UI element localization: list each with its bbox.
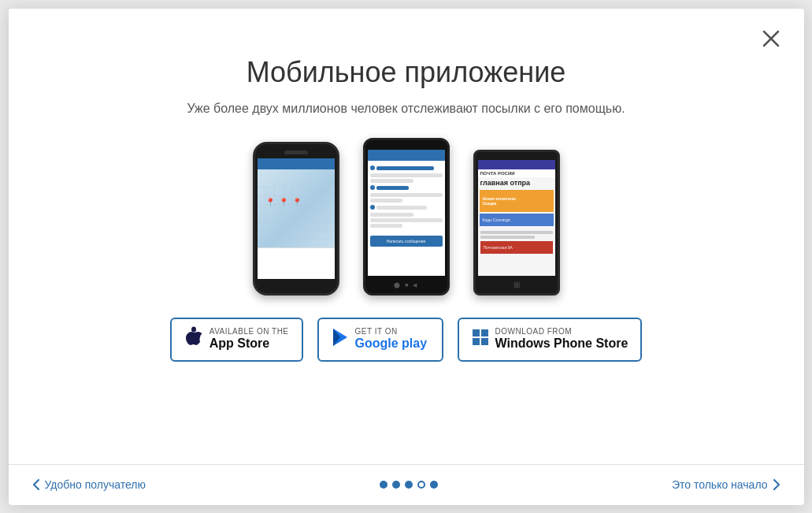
mail-lines: Почтамтская 9А <box>478 228 555 258</box>
phones-row: Написать сообщение ПОЧТА РОСИИ главная о… <box>253 138 560 296</box>
mail-orange-text: Новая косметикаСкидки <box>483 196 516 206</box>
mail-title: ПОЧТА РОСИИ <box>478 169 555 177</box>
map-pins <box>258 182 335 247</box>
phone-android-container: Написать сообщение <box>363 138 450 296</box>
dot-5 <box>430 481 438 489</box>
appstore-main: App Store <box>209 336 289 351</box>
mail-header <box>478 160 555 169</box>
phone-windows: ПОЧТА РОСИИ главная отпра Новая косметик… <box>473 150 560 296</box>
googleplay-icon <box>332 328 349 351</box>
windowsphone-icon <box>472 329 489 351</box>
dot-2 <box>392 481 400 489</box>
mail-red-block: Почтамтская 9А <box>480 241 553 254</box>
phone-android: Написать сообщение <box>363 138 450 296</box>
track-line-3 <box>370 179 413 183</box>
track-line-4 <box>376 186 409 190</box>
track-line-7 <box>376 206 427 210</box>
page-subtitle: Уже более двух миллионов человек отслежи… <box>187 102 625 116</box>
dot-1 <box>380 481 387 489</box>
track-line-6 <box>370 199 402 203</box>
phone-android-screen: Написать сообщение <box>368 150 445 276</box>
track-header <box>368 150 445 161</box>
track-line-10 <box>370 224 402 228</box>
phone-ios <box>253 142 339 296</box>
track-line-8 <box>370 213 413 217</box>
mail-line-2 <box>480 236 535 239</box>
pagination-dots <box>380 481 438 489</box>
screen-map <box>258 158 335 279</box>
dot-4 <box>417 481 425 489</box>
googleplay-button[interactable]: GET IT ON Google play <box>317 318 443 362</box>
track-dot <box>370 165 375 170</box>
nav-next-button[interactable]: Это только начало <box>672 478 780 491</box>
phone-windows-screen: ПОЧТА РОСИИ главная отпра Новая косметик… <box>478 160 555 276</box>
phone-ios-container <box>253 142 339 296</box>
svg-point-2 <box>191 326 196 332</box>
phone-ios-screen <box>258 158 335 279</box>
phone-windows-container: ПОЧТА РОСИИ главная отпра Новая косметик… <box>473 150 560 296</box>
svg-rect-8 <box>481 338 488 345</box>
screen-track: Написать сообщение <box>368 150 445 276</box>
track-row-3 <box>370 204 443 211</box>
googleplay-text: GET IT ON Google play <box>355 327 428 351</box>
svg-rect-5 <box>473 329 480 336</box>
windowsphone-main: Windows Phone Store <box>495 336 628 351</box>
windowsphone-button[interactable]: Download from Windows Phone Store <box>458 318 643 362</box>
track-dot-2 <box>370 185 375 190</box>
store-buttons-row: Available on the App Store GET IT ON Goo… <box>170 318 643 362</box>
svg-rect-6 <box>481 329 488 336</box>
track-line <box>376 166 435 170</box>
nav-next-label: Это только начало <box>672 478 768 491</box>
track-line-2 <box>370 173 443 177</box>
windowsphone-text: Download from Windows Phone Store <box>495 327 628 351</box>
track-line-5 <box>370 193 443 197</box>
map-card <box>258 247 335 279</box>
bottom-navigation: Удобно получателю Это только начало <box>9 464 804 505</box>
nav-prev-label: Удобно получателю <box>45 478 146 491</box>
appstore-icon <box>184 326 203 353</box>
appstore-button[interactable]: Available on the App Store <box>170 318 303 362</box>
svg-rect-7 <box>473 338 480 345</box>
screen-mail: ПОЧТА РОСИИ главная отпра Новая косметик… <box>478 160 555 276</box>
close-button[interactable] <box>758 26 784 51</box>
nav-prev-button[interactable]: Удобно получателю <box>32 478 146 491</box>
mail-blue-block: Коды Converge <box>480 214 554 226</box>
googleplay-main: Google play <box>355 336 428 351</box>
windowsphone-sub: Download from <box>495 327 628 336</box>
modal-container: Мобильное приложение Уже более двух милл… <box>9 9 804 505</box>
track-body: Написать сообщение <box>368 161 445 249</box>
track-line-9 <box>370 218 443 222</box>
appstore-text: Available on the App Store <box>209 327 289 351</box>
appstore-sub: Available on the <box>209 327 289 336</box>
mail-heading: главная отпра <box>478 177 555 188</box>
mail-orange-block: Новая косметикаСкидки <box>480 190 554 212</box>
track-dot-3 <box>370 205 375 210</box>
page-title: Мобильное приложение <box>247 56 566 89</box>
googleplay-sub: GET IT ON <box>355 327 428 336</box>
track-row-1 <box>370 165 443 172</box>
mail-line-1 <box>480 231 553 234</box>
dot-3 <box>405 481 413 489</box>
track-row-2 <box>370 184 443 191</box>
